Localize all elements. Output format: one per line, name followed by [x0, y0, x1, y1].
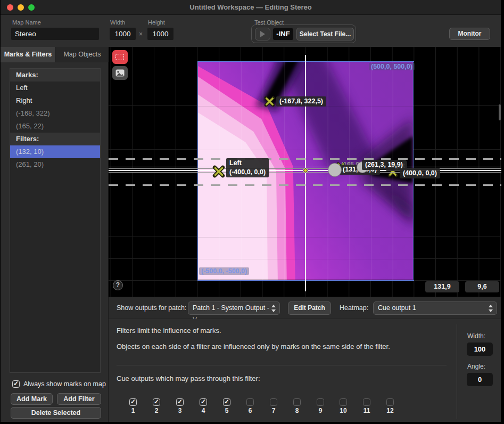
patch-row: Show outputs for patch: Patch 1 - System… [109, 297, 501, 319]
filter-info-line1: Filters limit the influence of marks. [117, 327, 221, 335]
output-number: 9 [312, 407, 328, 414]
title-bar: Untitled Workspace — Editing Stereo [1, 0, 501, 15]
play-icon [260, 31, 265, 37]
mark3-label: (-167,8, 322,5) [276, 96, 326, 107]
check-icon: ✓ [13, 380, 19, 387]
output-checkbox-7: ✓ [270, 397, 277, 404]
top-toolbar: Map Name Stereo Width 1000 × Height 1000… [1, 15, 501, 47]
background-image-tool-button[interactable] [112, 66, 128, 80]
help-button[interactable]: ? [113, 280, 123, 290]
marks-filters-list: Marks: Left Right (-168, 322) (165, 22) … [10, 68, 101, 373]
output-number: 11 [359, 407, 375, 414]
list-header-filters: Filters: [10, 133, 100, 145]
output-checkbox-6: ✓ [246, 397, 254, 404]
sidebar: Marks & Filters Map Objects Marks: Left … [1, 47, 109, 422]
output-checkbox-2: ✓ [153, 397, 160, 404]
map-corner-label-top-right: (500,0, 500,0) [369, 63, 415, 70]
output-checkbox-9: ✓ [317, 397, 324, 404]
output-number: 1 [125, 407, 141, 414]
filter-width-boundary-bottom[interactable] [109, 184, 501, 186]
filter-angle-input[interactable]: 0 [467, 373, 493, 386]
cursor-y-readout: 9,6 [465, 281, 499, 292]
output-checkbox-1: ✓ [129, 397, 137, 404]
tab-marks-and-filters[interactable]: Marks & Filters [1, 47, 56, 62]
app-window: Untitled Workspace — Editing Stereo Map … [0, 0, 504, 424]
map-name-label: Map Name [12, 19, 41, 26]
test-level-field[interactable]: -INF [273, 28, 293, 40]
output-checkbox-10: ✓ [340, 397, 347, 404]
edit-patch-button[interactable]: Edit Patch [288, 301, 331, 315]
output-number: 12 [382, 407, 398, 414]
select-tool-button[interactable] [112, 50, 128, 64]
output-checkbox-8: ✓ [293, 397, 301, 404]
filter-angle-label: Angle: [467, 363, 485, 370]
heatmap-select[interactable]: Cue output 1 [373, 301, 497, 315]
map-name-input[interactable]: Stereo [11, 28, 99, 40]
always-show-marks-label: Always show marks on map [23, 380, 106, 388]
output-checkbox-4: ✓ [200, 397, 207, 404]
output-number: 7 [266, 407, 282, 414]
mark-right-coords-label: (400,0, 0,0) [400, 168, 440, 178]
map-corner-label-bottom-left: (-500,0, -500,0) [199, 267, 249, 275]
list-item-mark3[interactable]: (-168, 322) [10, 107, 100, 120]
output-number: 8 [289, 407, 305, 414]
window-title: Untitled Workspace — Editing Stereo [1, 3, 501, 11]
select-test-file-button[interactable]: Select Test File... [296, 28, 354, 40]
heatmap-label: Heatmap: [340, 304, 368, 312]
map-width-input[interactable]: 1000 [110, 28, 136, 40]
show-outputs-label: Show outputs for patch: [117, 304, 186, 312]
list-item-filter1-selected[interactable]: (132, 10) [10, 145, 100, 158]
output-checkbox-12: ✓ [386, 397, 394, 404]
add-filter-button[interactable]: Add Filter [57, 393, 101, 405]
list-item-mark4[interactable]: (165, 22) [10, 120, 100, 133]
stepper-icon [487, 304, 494, 313]
output-number: 4 [195, 407, 211, 414]
mark-left-name: Left [229, 159, 266, 168]
marquee-icon [115, 54, 124, 60]
heatmap-select-value: Cue output 1 [378, 304, 416, 312]
cursor-x-readout: 131,9 [425, 281, 459, 292]
mark-left-label: Left (-400,0, 0,0) [226, 158, 269, 177]
patch-select[interactable]: Patch 1 - System Output - Y... [188, 301, 280, 315]
list-item-filter2[interactable]: (261, 20) [10, 158, 100, 171]
output-number: 10 [335, 407, 351, 414]
width-label: Width [110, 19, 125, 26]
tab-map-objects[interactable]: Map Objects [56, 47, 109, 62]
canvas-scrollbar[interactable] [499, 104, 501, 120]
output-number: 2 [148, 407, 164, 414]
filter-width-label: Width: [467, 332, 485, 340]
map-height-input[interactable]: 1000 [147, 28, 173, 40]
window-edge-bottom [0, 422, 504, 424]
image-icon [115, 69, 125, 77]
list-item-right[interactable]: Right [10, 94, 100, 107]
filter1-handle[interactable] [328, 163, 342, 177]
origin-point [303, 168, 308, 173]
filter-info-line2: Objects on each side of a filter are inf… [117, 343, 390, 350]
filter-outputs-line: Cue outputs which may pass through this … [117, 374, 260, 382]
always-show-marks-row: ✓Always show marks on map [12, 379, 106, 387]
filter-width-boundary-top[interactable] [109, 158, 501, 160]
mark3-x-icon[interactable] [264, 96, 275, 107]
vertical-axis-line [305, 55, 306, 291]
filter-guide-line-1 [109, 167, 501, 167]
filter-width-input[interactable]: 100 [467, 343, 493, 356]
list-item-left[interactable]: Left [10, 81, 100, 94]
output-checkbox-5: ✓ [223, 397, 230, 404]
list-header-marks: Marks: [10, 69, 100, 81]
always-show-marks-checkbox[interactable]: ✓ [12, 380, 20, 388]
test-object-group: -INF Select Test File... [251, 25, 356, 43]
filter-info-panel: Filters limit the influence of marks. Ob… [109, 319, 501, 422]
output-number: 6 [242, 407, 258, 414]
mark-left-x-icon[interactable] [212, 165, 225, 178]
dimension-times: × [139, 30, 143, 38]
add-mark-button[interactable]: Add Mark [11, 393, 53, 405]
play-button[interactable] [255, 28, 270, 40]
filter2-label: (261,3, 19,9) [362, 160, 406, 170]
monitor-button[interactable]: Monitor [449, 28, 490, 40]
panel-vertical-divider [457, 324, 457, 419]
mark-left-coords: (-400,0, 0,0) [229, 168, 266, 177]
output-checkbox-3: ✓ [176, 397, 184, 404]
window-content: Untitled Workspace — Editing Stereo Map … [1, 0, 501, 422]
map-canvas[interactable]: (500,0, 500,0) (-500,0, -500,0) Left (-4… [109, 47, 501, 297]
delete-selected-button[interactable]: Delete Selected [11, 407, 101, 419]
